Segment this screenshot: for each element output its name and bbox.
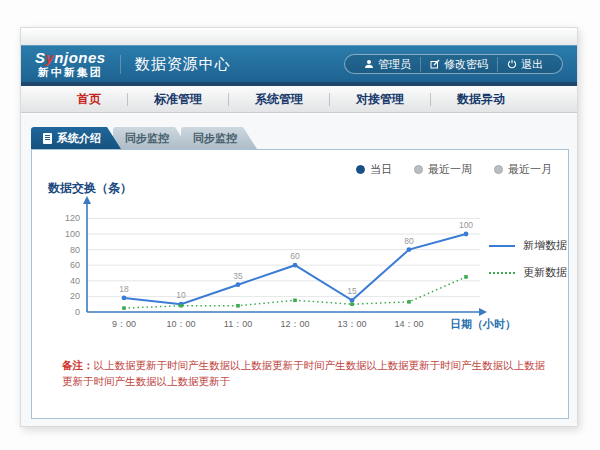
tab-label: 系统介绍 <box>57 127 101 149</box>
svg-text:60: 60 <box>290 251 300 261</box>
svg-text:9：00: 9：00 <box>112 319 136 329</box>
footnote: 备注：以上数据更新于时间产生数据以上数据更新于时间产生数据以上数据更新于时间产生… <box>62 358 552 390</box>
svg-text:120: 120 <box>65 213 80 223</box>
radio-last-week[interactable]: 最近一周 <box>414 162 472 177</box>
admin-user-label: 管理员 <box>378 57 411 72</box>
legend-new-data: 新增数据 <box>489 238 567 253</box>
change-password-label: 修改密码 <box>444 57 488 72</box>
user-icon <box>364 59 374 69</box>
svg-text:80: 80 <box>404 236 414 246</box>
tab-label: 同步监控 <box>125 127 169 149</box>
radio-icon <box>414 165 423 174</box>
solid-line-icon <box>489 245 515 247</box>
logout-label: 退出 <box>521 57 543 72</box>
dotted-line-icon <box>489 272 515 274</box>
nav-item-system-mgmt[interactable]: 系统管理 <box>229 91 329 108</box>
svg-text:40: 40 <box>70 276 80 286</box>
footnote-text: 以上数据更新于时间产生数据以上数据更新于时间产生数据以上数据更新于时间产生数据以… <box>62 359 545 387</box>
svg-text:13：00: 13：00 <box>337 319 366 329</box>
date-range-filter: 当日 最近一周 最近一月 <box>356 162 552 177</box>
radio-today[interactable]: 当日 <box>356 162 392 177</box>
svg-text:100: 100 <box>65 229 80 239</box>
nav-item-data-change[interactable]: 数据异动 <box>431 91 531 108</box>
app-window: Synjones 新中新集团 数据资源中心 管理员 修改密码 退出 首页 标准管… <box>20 27 578 427</box>
edit-icon <box>430 59 440 69</box>
tab-bar: 系统介绍 同步监控 同步监控 <box>31 127 577 149</box>
chart-legend: 新增数据 更新数据 <box>489 238 567 280</box>
nav-item-interface-mgmt[interactable]: 对接管理 <box>330 91 430 108</box>
admin-user-button[interactable]: 管理员 <box>355 57 420 72</box>
radio-icon <box>494 165 503 174</box>
svg-text:80: 80 <box>70 245 80 255</box>
svg-text:14：00: 14：00 <box>394 319 423 329</box>
logo-text-cn: 新中新集团 <box>35 67 106 78</box>
svg-text:11：00: 11：00 <box>224 319 252 329</box>
tab-sync-monitor-1[interactable]: 同步监控 <box>113 127 189 149</box>
svg-text:100: 100 <box>459 220 473 230</box>
svg-text:10: 10 <box>176 290 186 300</box>
page-title: 数据资源中心 <box>120 55 231 74</box>
svg-text:日期（小时）: 日期（小时） <box>450 318 516 331</box>
legend-label: 更新数据 <box>523 265 567 280</box>
legend-label: 新增数据 <box>523 238 567 253</box>
svg-text:15: 15 <box>347 286 357 296</box>
footnote-label: 备注： <box>62 359 94 371</box>
change-password-button[interactable]: 修改密码 <box>420 57 497 72</box>
main-nav: 首页 标准管理 系统管理 对接管理 数据异动 <box>21 86 577 113</box>
nav-item-home[interactable]: 首页 <box>51 91 127 108</box>
tab-sync-monitor-2[interactable]: 同步监控 <box>181 127 257 149</box>
nav-item-standard-mgmt[interactable]: 标准管理 <box>128 91 228 108</box>
window-top-strip <box>21 28 577 45</box>
logout-button[interactable]: 退出 <box>497 57 552 72</box>
chart-panel: 当日 最近一周 最近一月 数据交换（条） 0204060801001209：00… <box>31 149 569 419</box>
svg-text:60: 60 <box>70 260 80 270</box>
radio-label: 当日 <box>370 162 392 177</box>
svg-text:10：00: 10：00 <box>166 319 195 329</box>
logo-text-en: Synjones <box>35 50 106 65</box>
app-header: Synjones 新中新集团 数据资源中心 管理员 修改密码 退出 <box>21 45 577 82</box>
content-area: 系统介绍 同步监控 同步监控 当日 最近一周 <box>21 114 577 426</box>
company-logo: Synjones 新中新集团 <box>35 50 106 78</box>
svg-text:20: 20 <box>70 291 80 301</box>
tab-label: 同步监控 <box>193 127 237 149</box>
svg-text:18: 18 <box>119 284 129 294</box>
document-icon <box>43 133 52 144</box>
power-icon <box>507 59 517 69</box>
svg-text:12：00: 12：00 <box>280 319 309 329</box>
legend-updated-data: 更新数据 <box>489 265 567 280</box>
radio-label: 最近一月 <box>508 162 552 177</box>
svg-text:0: 0 <box>75 307 80 317</box>
radio-label: 最近一周 <box>428 162 472 177</box>
user-toolbar: 管理员 修改密码 退出 <box>344 54 563 74</box>
radio-last-month[interactable]: 最近一月 <box>494 162 552 177</box>
radio-icon <box>356 165 365 174</box>
tab-system-intro[interactable]: 系统介绍 <box>31 127 121 149</box>
svg-text:35: 35 <box>233 271 243 281</box>
